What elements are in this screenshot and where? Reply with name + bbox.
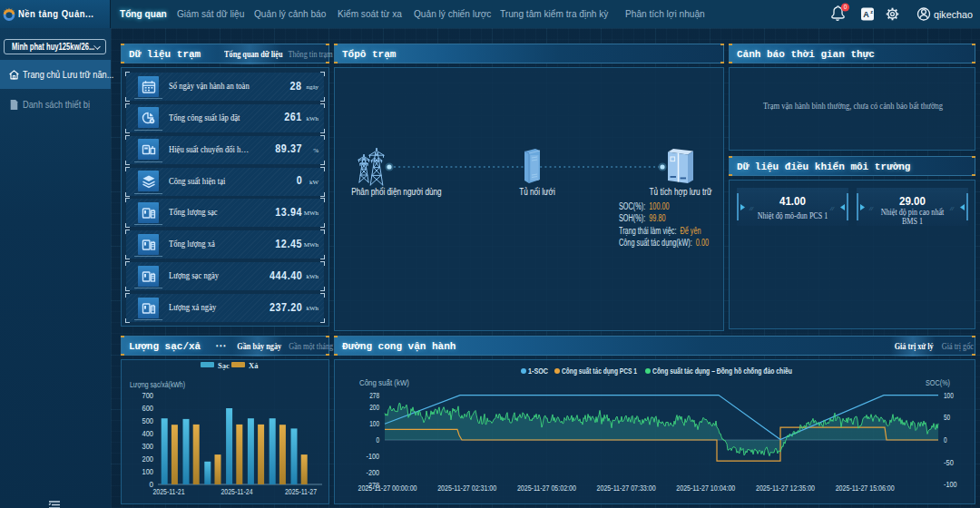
svg-text:z: z bbox=[870, 9, 873, 15]
svg-text:100: 100 bbox=[944, 391, 954, 400]
svg-text:2025-11-21: 2025-11-21 bbox=[153, 487, 185, 496]
svg-text:0: 0 bbox=[844, 4, 848, 10]
svg-text:2025-11-27 02:31:00: 2025-11-27 02:31:00 bbox=[437, 484, 496, 493]
svg-text:0: 0 bbox=[944, 435, 947, 444]
svg-text:50: 50 bbox=[944, 413, 950, 422]
svg-text:2025-11-27 12:35:00: 2025-11-27 12:35:00 bbox=[756, 484, 815, 493]
svg-text:300: 300 bbox=[142, 442, 154, 451]
svg-text:-100: -100 bbox=[944, 480, 957, 489]
svg-text:-100: -100 bbox=[367, 452, 380, 461]
svg-text:200: 200 bbox=[369, 403, 379, 412]
svg-text:700: 700 bbox=[142, 391, 154, 400]
svg-text:Công suất (kW): Công suất (kW) bbox=[359, 378, 409, 387]
svg-text:Lượng sạc/xả(kWh): Lượng sạc/xả(kWh) bbox=[130, 380, 185, 389]
svg-text:Công suất tác dụng PCS 1: Công suất tác dụng PCS 1 bbox=[562, 366, 637, 376]
svg-text:2025-11-27 05:02:00: 2025-11-27 05:02:00 bbox=[517, 484, 576, 493]
svg-text:1-SOC: 1-SOC bbox=[528, 366, 548, 376]
svg-text:qikechao: qikechao bbox=[934, 9, 973, 20]
svg-text:Xả: Xả bbox=[249, 361, 259, 370]
svg-text:2025-11-27 00:00:00: 2025-11-27 00:00:00 bbox=[358, 484, 417, 493]
svg-text:100: 100 bbox=[369, 419, 379, 428]
svg-text:2025-11-24: 2025-11-24 bbox=[221, 487, 253, 496]
svg-text:Sạc: Sạc bbox=[218, 361, 230, 370]
svg-text:A: A bbox=[863, 10, 869, 19]
svg-text:600: 600 bbox=[142, 404, 154, 413]
svg-text:2025-11-27 07:33:00: 2025-11-27 07:33:00 bbox=[597, 484, 656, 493]
svg-text:0: 0 bbox=[376, 435, 379, 444]
svg-text:100: 100 bbox=[142, 467, 154, 476]
svg-text:2025-11-27 15:06:00: 2025-11-27 15:06:00 bbox=[836, 484, 895, 493]
svg-text:Công suất tác dụng – Đồng hồ c: Công suất tác dụng – Đồng hồ chống đảo c… bbox=[652, 366, 792, 376]
svg-text:2025-11-27 10:04:00: 2025-11-27 10:04:00 bbox=[676, 484, 735, 493]
svg-text:-50: -50 bbox=[944, 458, 954, 467]
svg-text:2025-11-27: 2025-11-27 bbox=[285, 487, 317, 496]
svg-text:278: 278 bbox=[369, 391, 379, 400]
svg-text:SOC(%): SOC(%) bbox=[926, 378, 950, 387]
svg-text:200: 200 bbox=[142, 454, 154, 464]
svg-text:500: 500 bbox=[142, 416, 154, 425]
svg-text:400: 400 bbox=[142, 429, 154, 438]
svg-text:-200: -200 bbox=[367, 468, 380, 477]
